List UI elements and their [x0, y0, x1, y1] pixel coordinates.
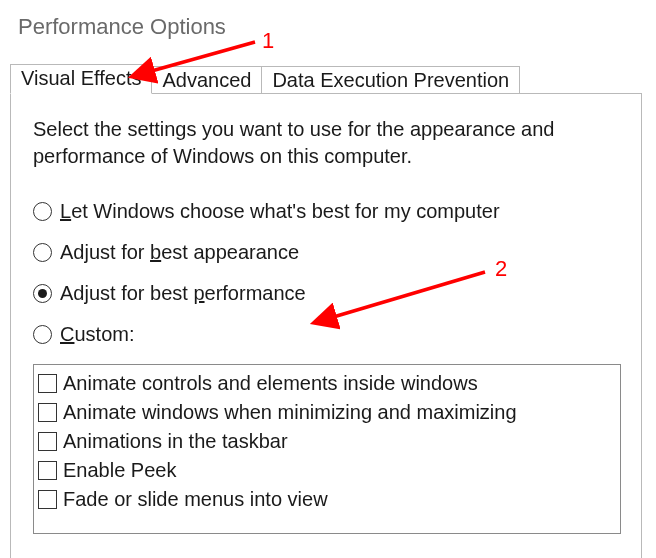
list-item[interactable]: Animations in the taskbar — [38, 427, 620, 456]
tab-visual-effects[interactable]: Visual Effects — [10, 64, 152, 94]
radio-label: Let Windows choose what's best for my co… — [60, 200, 500, 223]
radio-label: Adjust for best appearance — [60, 241, 299, 264]
intro-text: Select the settings you want to use for … — [33, 116, 593, 170]
radio-icon — [33, 243, 52, 262]
tab-advanced[interactable]: Advanced — [151, 66, 262, 95]
performance-options-window: Performance Options Visual Effects Advan… — [0, 0, 656, 558]
tab-label: Advanced — [162, 69, 251, 91]
checkbox-icon[interactable] — [38, 432, 57, 451]
tab-strip: Visual Effects Advanced Data Execution P… — [10, 64, 519, 94]
tab-label: Visual Effects — [21, 67, 141, 89]
radio-label: Adjust for best performance — [60, 282, 306, 305]
list-item-label: Animate controls and elements inside win… — [63, 369, 478, 398]
list-item-label: Animate windows when minimizing and maxi… — [63, 398, 517, 427]
radio-icon — [33, 202, 52, 221]
tab-label: Data Execution Prevention — [272, 69, 509, 91]
list-item-label: Fade or slide menus into view — [63, 485, 328, 514]
list-item[interactable]: Fade or slide menus into view — [38, 485, 620, 514]
radio-icon — [33, 284, 52, 303]
radio-icon — [33, 325, 52, 344]
checkbox-icon[interactable] — [38, 461, 57, 480]
tab-data-execution-prevention[interactable]: Data Execution Prevention — [261, 66, 520, 95]
list-item[interactable]: Animate windows when minimizing and maxi… — [38, 398, 620, 427]
list-item-label: Enable Peek — [63, 456, 176, 485]
radio-label: Custom: — [60, 323, 134, 346]
checkbox-icon[interactable] — [38, 374, 57, 393]
radio-best-performance[interactable]: Adjust for best performance — [33, 282, 621, 305]
settings-radio-group: Let Windows choose what's best for my co… — [33, 200, 621, 346]
radio-best-appearance[interactable]: Adjust for best appearance — [33, 241, 621, 264]
checkbox-icon[interactable] — [38, 403, 57, 422]
checkbox-icon[interactable] — [38, 490, 57, 509]
radio-let-windows-choose[interactable]: Let Windows choose what's best for my co… — [33, 200, 621, 223]
visual-effects-panel: Select the settings you want to use for … — [10, 93, 642, 558]
radio-custom[interactable]: Custom: — [33, 323, 621, 346]
window-title: Performance Options — [0, 0, 656, 40]
list-item[interactable]: Enable Peek — [38, 456, 620, 485]
list-item[interactable]: Animate controls and elements inside win… — [38, 369, 620, 398]
list-item-label: Animations in the taskbar — [63, 427, 288, 456]
effects-listbox[interactable]: Animate controls and elements inside win… — [33, 364, 621, 534]
